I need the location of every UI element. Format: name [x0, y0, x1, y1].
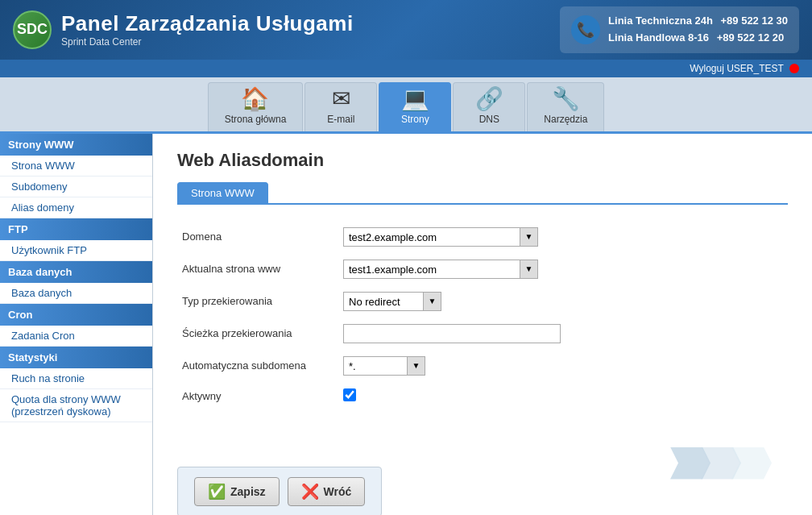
form-row-aktualna: Aktualna strona www test1.example.com ▼ — [177, 253, 788, 285]
phone-lines: Linia Techniczna 24h +89 522 12 30 Linia… — [608, 13, 788, 47]
sciezka-input[interactable] — [343, 324, 561, 343]
sidebar-item-baza-danych[interactable]: Baza danych — [0, 283, 152, 304]
arrow-decoration — [670, 447, 772, 480]
logout-link[interactable]: Wyloguj USER_TEST — [690, 63, 799, 74]
domena-select-btn[interactable]: ▼ — [520, 227, 538, 247]
form-row-domena: Domena test2.example.com ▼ — [177, 221, 788, 253]
sidebar-item-strona-www[interactable]: Strona WWW — [0, 156, 152, 177]
form-table: Domena test2.example.com ▼ Aktualna stro… — [177, 221, 788, 410]
sidebar-item-quota[interactable]: Quota dla strony WWW (przestrzeń dyskowa… — [0, 389, 152, 422]
automatyczna-select-btn[interactable]: ▼ — [408, 356, 425, 376]
aktywny-checkbox[interactable] — [343, 388, 356, 401]
typ-select-btn[interactable]: ▼ — [424, 292, 441, 311]
typ-label: Typ przekierowania — [177, 285, 338, 318]
strony-icon: 💻 — [401, 88, 429, 110]
nav-item-strony[interactable]: 💻 Strony — [379, 82, 451, 131]
aktywny-label: Aktywny — [177, 382, 338, 410]
header-contact: 📞 Linia Techniczna 24h +89 522 12 30 Lin… — [560, 6, 799, 53]
back-button[interactable]: ❌ Wróć — [288, 477, 366, 506]
back-icon: ❌ — [301, 483, 319, 500]
sidebar-section-baza: Baza danych — [0, 261, 152, 283]
nav-item-narzedzia[interactable]: 🔧 Narzędzia — [527, 82, 604, 131]
sidebar-section-strony: Strony WWW — [0, 134, 152, 156]
typ-select-wrap: No redirect ▼ — [343, 292, 441, 311]
automatyczna-label: Automatyczna subdomena — [177, 350, 338, 382]
aktualna-select-btn[interactable]: ▼ — [520, 260, 538, 279]
sidebar-item-alias-domeny[interactable]: Alias domeny — [0, 197, 152, 218]
main-container: Strony WWW Strona WWW Subdomeny Alias do… — [0, 134, 812, 515]
phone-icon: 📞 — [571, 15, 600, 44]
logo: SDC — [13, 10, 52, 49]
sciezka-label: Ścieżka przekierowania — [177, 318, 338, 350]
home-icon: 🏠 — [241, 88, 269, 110]
form-row-automatyczna: Automatyczna subdomena *. ▼ — [177, 350, 788, 382]
content: Web Aliasdomain Strona WWW Domena test2.… — [153, 134, 812, 515]
sidebar: Strony WWW Strona WWW Subdomeny Alias do… — [0, 134, 153, 515]
action-bar: ✅ Zapisz ❌ Wróć — [177, 467, 382, 515]
form-row-typ: Typ przekierowania No redirect ▼ — [177, 285, 788, 318]
header-title: Panel Zarządzania Usługami Sprint Data C… — [61, 11, 354, 48]
top-bar: Wyloguj USER_TEST — [0, 60, 812, 77]
save-icon: ✅ — [208, 483, 226, 500]
dns-icon: 🔗 — [475, 88, 503, 110]
header-left: SDC Panel Zarządzania Usługami Sprint Da… — [13, 10, 354, 49]
header: SDC Panel Zarządzania Usługami Sprint Da… — [0, 0, 812, 60]
logout-dot — [789, 64, 799, 73]
save-button[interactable]: ✅ Zapisz — [194, 477, 280, 506]
app-subtitle: Sprint Data Center — [61, 36, 354, 48]
tab-strona-www[interactable]: Strona WWW — [177, 182, 268, 203]
nav-item-email[interactable]: ✉ E-mail — [304, 82, 377, 131]
sidebar-section-cron: Cron — [0, 304, 152, 326]
aktualna-select-wrap: test1.example.com ▼ — [343, 260, 538, 279]
sidebar-item-subdomeny[interactable]: Subdomeny — [0, 177, 152, 197]
typ-select-text[interactable]: No redirect — [343, 292, 424, 311]
sidebar-item-zadania-cron[interactable]: Zadania Cron — [0, 326, 152, 347]
nav-item-dns[interactable]: 🔗 DNS — [453, 82, 525, 131]
form-row-sciezka: Ścieżka przekierowania — [177, 318, 788, 350]
narzedzia-icon: 🔧 — [552, 88, 580, 110]
automatyczna-select-wrap: *. ▼ — [343, 356, 425, 376]
tab-bar: Strona WWW — [177, 182, 788, 205]
domena-label: Domena — [177, 221, 338, 253]
phone-line1: Linia Techniczna 24h +89 522 12 30 — [608, 13, 788, 30]
sidebar-item-ruch[interactable]: Ruch na stronie — [0, 368, 152, 389]
sidebar-section-statystyki: Statystyki — [0, 347, 152, 368]
automatyczna-select-text[interactable]: *. — [343, 356, 408, 376]
domena-select-wrap: test2.example.com ▼ — [343, 227, 538, 247]
aktualna-select-text[interactable]: test1.example.com — [343, 260, 520, 279]
page-title: Web Aliasdomain — [177, 150, 788, 171]
app-title: Panel Zarządzania Usługami — [61, 11, 354, 36]
email-icon: ✉ — [332, 88, 350, 110]
aktualna-label: Aktualna strona www — [177, 253, 338, 285]
sidebar-section-ftp: FTP — [0, 218, 152, 240]
nav-item-home[interactable]: 🏠 Strona główna — [208, 82, 304, 131]
nav: 🏠 Strona główna ✉ E-mail 💻 Strony 🔗 DNS … — [0, 77, 812, 134]
phone-line2: Linia Handlowa 8-16 +89 522 12 20 — [608, 30, 788, 47]
sidebar-item-uzytkownik-ftp[interactable]: Użytkownik FTP — [0, 240, 152, 261]
domena-select-text[interactable]: test2.example.com — [343, 227, 520, 247]
form-row-aktywny: Aktywny — [177, 382, 788, 410]
